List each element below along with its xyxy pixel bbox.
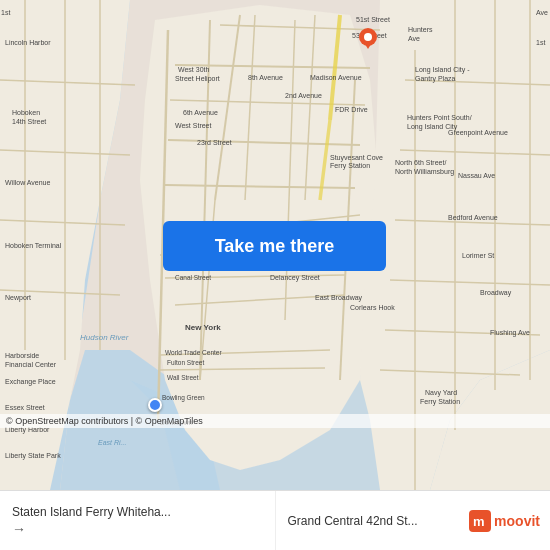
map-container: Lincoln Harbor Hoboken 14th Street West … [0, 0, 550, 490]
origin-station-name: Staten Island Ferry Whiteha... [12, 505, 171, 519]
origin-marker [148, 398, 162, 412]
svg-text:8th Avenue: 8th Avenue [248, 74, 283, 81]
svg-text:Ave: Ave [408, 35, 420, 42]
svg-text:Exchange Place: Exchange Place [5, 378, 56, 386]
svg-text:New York: New York [185, 323, 221, 332]
dest-pin-inner [364, 33, 372, 41]
svg-text:East Ri...: East Ri... [98, 439, 126, 446]
moovit-icon: m [469, 510, 491, 532]
svg-text:Hunters: Hunters [408, 26, 433, 33]
svg-text:Greenpoint Avenue: Greenpoint Avenue [448, 129, 508, 137]
origin-station[interactable]: Staten Island Ferry Whiteha... → [0, 491, 276, 550]
svg-text:2nd Avenue: 2nd Avenue [285, 92, 322, 99]
svg-text:Wall Street: Wall Street [167, 374, 199, 381]
svg-text:Lincoln Harbor: Lincoln Harbor [5, 39, 51, 46]
svg-text:23rd Street: 23rd Street [197, 139, 232, 146]
svg-text:Delancey Street: Delancey Street [270, 274, 320, 282]
svg-text:Fulton Street: Fulton Street [167, 359, 204, 366]
map-attribution: © OpenStreetMap contributors | © OpenMap… [0, 414, 550, 428]
svg-text:1st: 1st [1, 9, 10, 16]
svg-text:Bedford Avenue: Bedford Avenue [448, 214, 498, 221]
destination-marker [359, 28, 377, 50]
svg-text:m: m [473, 514, 485, 529]
svg-text:Gantry Plaza: Gantry Plaza [415, 75, 456, 83]
svg-text:West Street: West Street [175, 122, 211, 129]
svg-text:Liberty State Park: Liberty State Park [5, 452, 61, 460]
svg-text:51st Street: 51st Street [356, 16, 390, 23]
svg-text:Essex Street: Essex Street [5, 404, 45, 411]
svg-text:World Trade Center: World Trade Center [165, 349, 222, 356]
svg-text:Newport: Newport [5, 294, 31, 302]
svg-text:Navy Yard: Navy Yard [425, 389, 457, 397]
svg-text:North Williamsburg: North Williamsburg [395, 168, 454, 176]
svg-text:Lorimer St: Lorimer St [462, 252, 494, 259]
svg-text:Madison Avenue: Madison Avenue [310, 74, 362, 81]
svg-text:1st: 1st [536, 39, 545, 46]
svg-text:Hudson River: Hudson River [80, 333, 129, 342]
svg-text:Willow Avenue: Willow Avenue [5, 179, 51, 186]
origin-arrow: → [12, 521, 26, 537]
svg-text:Hunters Point South/: Hunters Point South/ [407, 114, 472, 121]
svg-text:Harborside: Harborside [5, 352, 39, 359]
svg-text:Hoboken: Hoboken [12, 109, 40, 116]
svg-text:Corlears Hook: Corlears Hook [350, 304, 395, 311]
svg-text:Flushing Ave: Flushing Ave [490, 329, 530, 337]
svg-text:Stuyvesant Cove: Stuyvesant Cove [330, 154, 383, 162]
svg-text:Ferry Station: Ferry Station [420, 398, 460, 406]
svg-text:North 6th Street/: North 6th Street/ [395, 159, 446, 166]
svg-text:Ave: Ave [536, 9, 548, 16]
svg-text:6th Avenue: 6th Avenue [183, 109, 218, 116]
moovit-text: moovit [494, 513, 540, 529]
destination-station-name: Grand Central 42nd St... [288, 514, 418, 528]
svg-text:Broadway: Broadway [480, 289, 512, 297]
svg-text:Hoboken Terminal: Hoboken Terminal [5, 242, 62, 249]
svg-text:Bowling Green: Bowling Green [162, 394, 205, 402]
svg-text:14th Street: 14th Street [12, 118, 46, 125]
svg-text:FDR Drive: FDR Drive [335, 106, 368, 113]
svg-text:Long Island City -: Long Island City - [415, 66, 470, 74]
moovit-logo: m moovit [469, 510, 540, 532]
svg-text:East Broadway: East Broadway [315, 294, 363, 302]
svg-text:Canal Street: Canal Street [175, 274, 211, 281]
svg-text:West 30th: West 30th [178, 66, 209, 73]
take-me-there-button[interactable]: Take me there [163, 221, 386, 271]
svg-text:Street Heliport: Street Heliport [175, 75, 220, 83]
bottom-bar: Staten Island Ferry Whiteha... → Grand C… [0, 490, 550, 550]
svg-text:Nassau Ave: Nassau Ave [458, 172, 495, 179]
svg-text:Ferry Station: Ferry Station [330, 162, 370, 170]
svg-text:Financial Center: Financial Center [5, 361, 57, 368]
